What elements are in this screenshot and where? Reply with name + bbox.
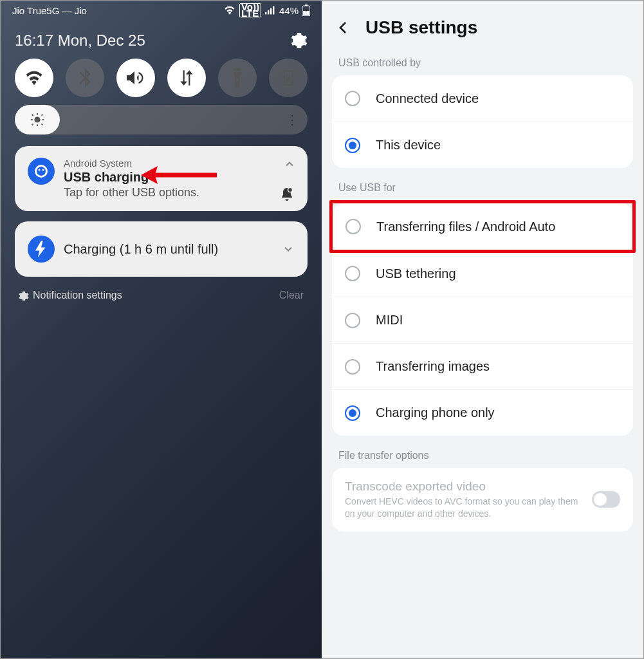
usb-notification-card[interactable]: Android System USB charging Tap for othe…: [15, 146, 308, 211]
section-use-usb-for: Use USB for: [322, 177, 643, 200]
transcode-title: Transcode exported video: [345, 479, 584, 494]
battery-percent: 44%: [279, 5, 299, 16]
transcode-option[interactable]: Transcode exported video Convert HEVC vi…: [332, 468, 633, 532]
volte-icon: Vo))LTE: [239, 3, 261, 17]
notification-subtitle: Tap for other USB options.: [64, 186, 295, 200]
option-this-device[interactable]: This device: [332, 122, 633, 168]
svg-rect-1: [268, 10, 269, 14]
qs-bluetooth[interactable]: [66, 59, 104, 97]
option-usb-tethering[interactable]: USB tethering: [332, 250, 633, 297]
wifi-icon: [24, 70, 44, 86]
charging-title: Charging (1 h 6 m until full): [64, 242, 273, 257]
shade-datetime: 16:17 Mon, Dec 25: [15, 32, 145, 50]
svg-line-15: [41, 115, 42, 116]
svg-point-22: [288, 188, 293, 192]
radio-icon: [345, 313, 360, 328]
notification-title: USB charging: [64, 170, 295, 185]
shade-footer: Notification settings Clear: [1, 286, 322, 305]
radio-selected-icon: [345, 138, 360, 153]
brightness-icon: [30, 113, 44, 127]
svg-point-9: [34, 116, 40, 122]
notification-shade-panel: Jio True5G — Jio Vo))LTE 44% 16:17 Mon, …: [1, 1, 322, 658]
chevron-up-icon[interactable]: [283, 158, 296, 171]
carrier-label: Jio True5G — Jio: [12, 5, 87, 16]
bluetooth-icon: [77, 68, 93, 88]
status-bar: Jio True5G — Jio Vo))LTE 44%: [1, 1, 322, 20]
svg-rect-2: [270, 8, 271, 15]
qs-data[interactable]: [167, 59, 206, 97]
gear-icon: [19, 291, 29, 301]
signal-icon: [265, 6, 275, 15]
settings-gear-icon[interactable]: [291, 32, 308, 49]
bell-icon[interactable]: [279, 187, 295, 202]
battery-icon: [302, 5, 310, 16]
option-midi[interactable]: MIDI: [332, 297, 633, 343]
svg-point-20: [39, 169, 41, 171]
use-usb-for-group: USB tethering MIDI Transferring images C…: [332, 250, 633, 436]
qs-wifi[interactable]: [15, 59, 53, 97]
more-icon[interactable]: ⋮: [286, 112, 299, 127]
section-file-transfer-options: File transfer options: [322, 445, 643, 468]
page-title: USB settings: [365, 17, 477, 38]
settings-header: USB settings: [322, 1, 643, 52]
charging-notification-card[interactable]: Charging (1 h 6 m until full): [15, 221, 308, 277]
wifi-icon: [224, 6, 235, 15]
svg-point-21: [42, 169, 44, 171]
option-transferring-images[interactable]: Transferring images: [332, 343, 633, 389]
svg-rect-0: [265, 12, 266, 14]
quick-settings-row: [1, 59, 322, 105]
notification-settings-link[interactable]: Notification settings: [19, 290, 122, 301]
option-transferring-files[interactable]: Transferring files / Android Auto: [333, 203, 632, 250]
shade-header: 16:17 Mon, Dec 25: [1, 20, 322, 59]
android-system-icon: [28, 158, 55, 185]
flashlight-icon: [232, 68, 243, 88]
transcode-description: Convert HEVC videos to AVC format so you…: [345, 496, 584, 520]
svg-rect-8: [286, 77, 291, 80]
brightness-slider-row: ⋮: [1, 105, 322, 146]
status-icons: Vo))LTE 44%: [224, 3, 310, 17]
toggle-switch[interactable]: [592, 491, 620, 508]
svg-rect-3: [273, 6, 274, 15]
usb-controlled-group: Connected device This device: [332, 75, 633, 168]
usb-settings-panel: USB settings USB controlled by Connected…: [322, 1, 643, 658]
svg-line-17: [41, 124, 42, 125]
brightness-slider[interactable]: ⋮: [15, 105, 308, 135]
qs-sound[interactable]: [116, 59, 155, 97]
svg-line-14: [32, 115, 33, 116]
section-usb-controlled-by: USB controlled by: [322, 52, 643, 75]
radio-icon: [345, 359, 360, 375]
radio-icon: [345, 219, 361, 234]
svg-point-19: [37, 167, 46, 176]
chevron-down-icon[interactable]: [282, 243, 295, 255]
svg-rect-5: [305, 5, 308, 6]
radio-icon: [345, 266, 360, 281]
charging-icon: [28, 236, 55, 263]
clear-button[interactable]: Clear: [279, 290, 304, 301]
back-icon[interactable]: [336, 20, 351, 35]
option-connected-device[interactable]: Connected device: [332, 75, 633, 122]
speaker-icon: [127, 70, 145, 86]
highlight-annotation: Transferring files / Android Auto: [329, 200, 636, 253]
rotation-lock-icon: [280, 70, 297, 86]
radio-selected-icon: [345, 405, 360, 421]
qs-rotation[interactable]: [269, 59, 308, 97]
radio-icon: [345, 91, 360, 106]
notification-source: Android System: [64, 158, 295, 169]
svg-line-16: [32, 124, 33, 125]
qs-flashlight[interactable]: [218, 59, 257, 97]
option-charging-only[interactable]: Charging phone only: [332, 389, 633, 436]
data-arrows-icon: [178, 69, 195, 87]
